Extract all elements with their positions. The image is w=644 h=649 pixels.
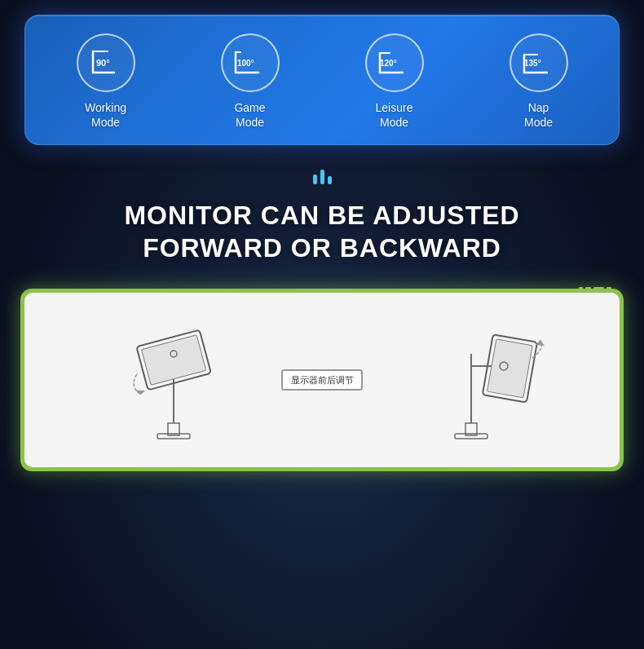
middle-section: MONITOR CAN BE ADJUSTED FORWARD OR BACKW… — [0, 145, 644, 276]
bar1 — [313, 174, 317, 184]
leisure-mode-label: Leisure Mode — [376, 100, 413, 130]
inner-frame: 显示器前后调节 — [24, 293, 620, 467]
monitor-section: 显示器前后调节 — [20, 289, 624, 471]
mode-item-leisure: 120° Leisure Mode — [365, 33, 424, 130]
angle-icon-90: 90° — [77, 33, 135, 92]
working-mode-label: Working Mode — [85, 100, 126, 130]
bar2 — [320, 170, 324, 184]
bar-chart-icon — [16, 170, 628, 184]
angle-icon-135: 135° — [509, 33, 568, 92]
monitor-forward-diagram — [96, 309, 276, 451]
main-title: MONITOR CAN BE ADJUSTED FORWARD OR BACKW… — [16, 199, 628, 264]
nap-mode-label: Nap Mode — [524, 100, 553, 130]
angle-icon-100: 100° — [221, 33, 280, 92]
green-frame: 显示器前后调节 — [20, 289, 624, 471]
mode-panel: 90° Working Mode 100° Game Mode — [24, 15, 620, 145]
angle-icon-120: 120° — [365, 33, 424, 92]
svg-rect-25 — [455, 434, 487, 439]
bar3 — [328, 176, 332, 184]
svg-rect-29 — [487, 339, 532, 398]
svg-text:100°: 100° — [237, 59, 254, 68]
mode-item-nap: 135° Nap Mode — [509, 33, 568, 130]
mode-item-game: 100° Game Mode — [221, 33, 280, 130]
svg-rect-18 — [157, 434, 190, 439]
monitor-backward-diagram — [369, 309, 549, 451]
game-mode-label: Game Mode — [234, 100, 265, 130]
svg-text:135°: 135° — [524, 59, 541, 68]
svg-text:90°: 90° — [96, 58, 110, 68]
svg-marker-23 — [135, 391, 145, 395]
mode-item-working: 90° Working Mode — [77, 33, 135, 130]
svg-text:120°: 120° — [380, 59, 397, 68]
cn-label: 显示器前后调节 — [282, 370, 363, 391]
